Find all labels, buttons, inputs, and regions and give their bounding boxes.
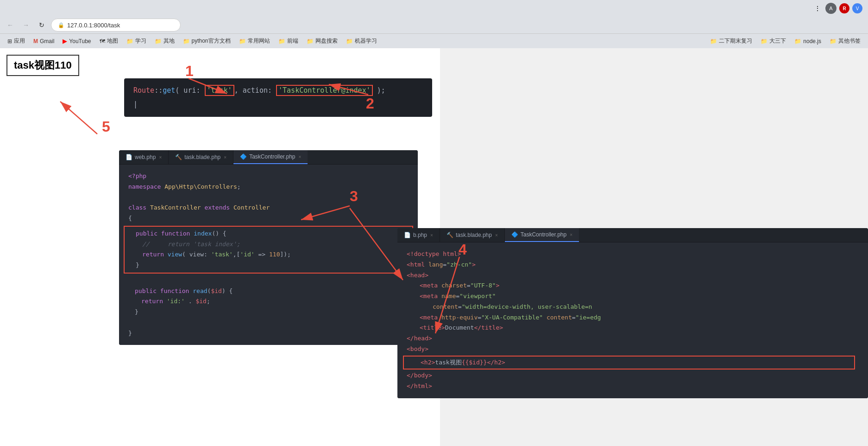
fn-index-comment: // return 'task index'; bbox=[129, 239, 408, 250]
fn-index-sig: public function index() { bbox=[129, 229, 408, 239]
blade-line-5: <meta name="viewport" bbox=[407, 291, 859, 302]
tab-close-1[interactable]: × bbox=[159, 155, 162, 160]
back-button[interactable]: ← bbox=[4, 19, 17, 32]
folder-icon-6: 📁 bbox=[307, 38, 314, 45]
php-file-icon: 📄 bbox=[126, 154, 132, 160]
url-text: 127.0.0.1:8000/task bbox=[67, 22, 120, 29]
folder-icon-9: 📁 bbox=[761, 38, 767, 45]
bookmark-apps[interactable]: ⊞ 应用 bbox=[4, 36, 29, 46]
code-line-2: namespace App\Http\Controllers; bbox=[128, 182, 409, 192]
function-index-block: public function index() { // return 'tas… bbox=[124, 226, 413, 274]
folder-icon-1: 📁 bbox=[126, 38, 133, 45]
blade-line-3: <head> bbox=[407, 270, 859, 281]
blade-line-1: <!doctype html> bbox=[407, 249, 859, 260]
blade-line-10: <body> bbox=[407, 344, 859, 355]
controller-file-icon: 🔷 bbox=[240, 153, 247, 160]
folder-icon-2: 📁 bbox=[155, 38, 162, 45]
maps-icon: 🗺 bbox=[100, 38, 105, 45]
folder-icon-3: 📁 bbox=[183, 38, 190, 45]
apps-icon: ⊞ bbox=[7, 38, 12, 45]
route-code-panel: Route::get( uri: 'task', action: 'TaskCo… bbox=[124, 78, 432, 117]
code-line-blank-3 bbox=[128, 318, 409, 328]
blade-editor-content: <!doctype html> <html lang="zh-cn"> <hea… bbox=[397, 242, 868, 398]
blade-line-8: <title>Document</title> bbox=[407, 323, 859, 333]
blade-tab-close-1[interactable]: × bbox=[430, 233, 433, 238]
refresh-button[interactable]: ↻ bbox=[35, 19, 48, 32]
address-bar[interactable]: 🔒 127.0.0.1:8000/task bbox=[51, 19, 181, 32]
blade-tab-close-3[interactable]: × bbox=[570, 232, 572, 237]
route-code-line: Route::get( uri: 'task', action: 'TaskCo… bbox=[133, 85, 423, 97]
fn-index-close: } bbox=[129, 260, 408, 271]
blade-tab-blade-icon: 🔨 bbox=[447, 232, 453, 238]
page-heading: task视图110 bbox=[6, 55, 79, 76]
bookmark-changyong[interactable]: 📁 常用网站 bbox=[235, 36, 274, 46]
blade-tab-web[interactable]: 📄 b.php × bbox=[397, 228, 440, 242]
folder-icon-10: 📁 bbox=[794, 38, 801, 45]
bookmark-xuexi[interactable]: 📁 学习 bbox=[123, 36, 150, 46]
folder-icon-5: 📁 bbox=[278, 38, 285, 45]
blade-file-icon: 🔨 bbox=[175, 154, 182, 160]
blade-tab-ctrl-icon: 🔷 bbox=[511, 231, 518, 238]
blade-tab-blade[interactable]: 🔨 task.blade.php × bbox=[440, 228, 505, 242]
bookmark-erjia[interactable]: 📁 二下期末复习 bbox=[706, 36, 756, 46]
forward-button[interactable]: → bbox=[19, 19, 32, 32]
code-line-class: class TaskController extends Controller bbox=[128, 203, 409, 213]
bookmark-qidi[interactable]: 📁 其地 bbox=[151, 36, 178, 46]
blade-tab-controller[interactable]: 🔷 TaskController.php × bbox=[505, 228, 579, 242]
blade-tab-web-icon: 📄 bbox=[404, 232, 411, 238]
folder-icon-7: 📁 bbox=[346, 38, 353, 45]
youtube-icon: ▶ bbox=[63, 38, 67, 45]
code-line-1: <?php bbox=[128, 171, 409, 182]
bookmark-nodejs[interactable]: 📁 node.js bbox=[791, 37, 825, 46]
fn-read-return: return 'id:' . $id; bbox=[128, 296, 409, 307]
bookmark-gmail[interactable]: M Gmail bbox=[30, 37, 58, 46]
code-line-blank-1 bbox=[128, 192, 409, 203]
tab-web-php[interactable]: 📄 web.php × bbox=[119, 150, 169, 164]
blade-editor-panel: 📄 b.php × 🔨 task.blade.php × 🔷 TaskContr… bbox=[397, 228, 868, 398]
blade-tab-close-2[interactable]: × bbox=[495, 233, 498, 238]
bookmark-youtube[interactable]: ▶ YouTube bbox=[59, 36, 94, 46]
chrome-extension2[interactable]: V bbox=[852, 3, 862, 13]
blade-line-12: </body> bbox=[407, 370, 859, 381]
chrome-menu-icon[interactable]: ⋮ bbox=[812, 3, 823, 13]
bookmark-wanpan[interactable]: 📁 网盘搜索 bbox=[303, 36, 341, 46]
lock-icon: 🔒 bbox=[58, 22, 64, 28]
editor-content: <?php namespace App\Http\Controllers; cl… bbox=[119, 165, 418, 345]
blade-line-6: content="width=device-width, user-scalab… bbox=[407, 302, 859, 312]
blade-tab-bar: 📄 b.php × 🔨 task.blade.php × 🔷 TaskContr… bbox=[397, 228, 868, 242]
bookmark-jiqixuexi[interactable]: 📁 机器学习 bbox=[342, 36, 381, 46]
bookmark-python[interactable]: 📁 python官方文档 bbox=[179, 36, 234, 46]
fn-read-sig: public function read($id) { bbox=[128, 286, 409, 297]
tab-blade-php[interactable]: 🔨 task.blade.php × bbox=[169, 150, 233, 164]
bookmark-qianduan[interactable]: 📁 前端 bbox=[275, 36, 302, 46]
tab-close-3[interactable]: × bbox=[299, 154, 302, 159]
folder-icon-8: 📁 bbox=[710, 38, 717, 45]
chrome-extension1[interactable]: R bbox=[839, 3, 849, 13]
blade-line-13: </html> bbox=[407, 381, 859, 392]
code-line-blank-2 bbox=[128, 275, 409, 286]
task-controller-editor: 📄 web.php × 🔨 task.blade.php × 🔷 TaskCon… bbox=[119, 150, 418, 345]
bookmark-others[interactable]: 📁 其他书签 bbox=[826, 36, 864, 46]
blade-line-9: </head> bbox=[407, 333, 859, 344]
blade-line-7: <meta http-equiv="X-UA-Compatible" conte… bbox=[407, 312, 859, 323]
blade-h2-line: <h2>task视图{{$id}}</h2> bbox=[403, 356, 855, 370]
tab-task-controller[interactable]: 🔷 TaskController.php × bbox=[233, 150, 308, 164]
editor-tab-bar: 📄 web.php × 🔨 task.blade.php × 🔷 TaskCon… bbox=[119, 150, 418, 165]
folder-icon-4: 📁 bbox=[239, 38, 246, 45]
code-line-close-class: } bbox=[128, 328, 409, 339]
folder-icon-11: 📁 bbox=[830, 38, 837, 45]
fn-read-close: } bbox=[128, 307, 409, 318]
bookmark-maps[interactable]: 🗺 地图 bbox=[96, 36, 122, 46]
fn-index-return: return view( view: 'task',['id' => 110])… bbox=[129, 249, 408, 260]
tab-close-2[interactable]: × bbox=[224, 155, 226, 160]
blade-line-4: <meta charset="UTF-8"> bbox=[407, 280, 859, 291]
code-line-open-brace: { bbox=[128, 213, 409, 224]
gmail-icon: M bbox=[33, 38, 38, 45]
blade-line-2: <html lang="zh-cn"> bbox=[407, 260, 859, 270]
chrome-profile-icon[interactable]: A bbox=[825, 3, 837, 14]
bookmark-dasanxia[interactable]: 📁 大三下 bbox=[757, 36, 790, 46]
